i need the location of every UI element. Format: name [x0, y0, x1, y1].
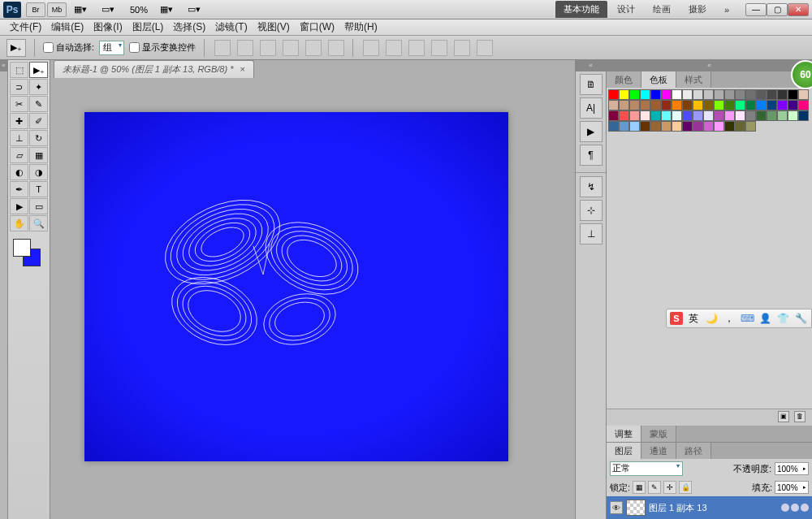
swatch[interactable]	[619, 121, 629, 132]
swatch[interactable]	[735, 89, 745, 100]
swatch[interactable]	[661, 110, 672, 121]
swatch[interactable]	[693, 110, 703, 121]
brush-tool[interactable]: ✐	[29, 113, 48, 129]
maximize-button[interactable]: ▢	[767, 3, 788, 16]
layers-tab[interactable]: 图层	[607, 443, 641, 459]
crop-tool[interactable]: ✂	[10, 96, 28, 112]
swatch[interactable]	[640, 121, 650, 132]
swatch[interactable]	[714, 89, 724, 100]
person-icon[interactable]: 👤	[758, 311, 772, 326]
color-tab[interactable]: 颜色	[607, 71, 641, 88]
adjustments-tab[interactable]: 调整	[607, 426, 641, 442]
swatch[interactable]	[608, 100, 619, 110]
swatch[interactable]	[788, 89, 798, 100]
canvas[interactable]	[84, 112, 508, 461]
workspace-photo[interactable]: 摄影	[680, 1, 715, 18]
menu-view[interactable]: 视图(V)	[253, 19, 295, 36]
fill-input[interactable]: 100%	[775, 481, 809, 494]
eraser-tool[interactable]: ▱	[10, 147, 28, 163]
collapse-icon[interactable]: «	[0, 60, 7, 71]
type-tool[interactable]: T	[29, 181, 48, 197]
current-tool-icon[interactable]: ▶₊	[6, 39, 26, 57]
screen-mode-dropdown[interactable]: ▭▾	[96, 2, 120, 17]
swatch[interactable]	[672, 110, 682, 121]
swatch[interactable]	[756, 100, 767, 110]
swatch[interactable]	[745, 100, 756, 110]
auto-select-type[interactable]: 组	[99, 41, 124, 55]
visibility-icon[interactable]: 👁	[610, 501, 623, 514]
swatch[interactable]	[629, 121, 640, 132]
dodge-tool[interactable]: ◑	[29, 164, 48, 180]
delete-swatch-icon[interactable]: 🗑	[794, 411, 806, 422]
menu-file[interactable]: 文件(F)	[5, 19, 46, 36]
menu-filter[interactable]: 滤镜(T)	[210, 19, 252, 36]
move-tool[interactable]: ▶₊	[29, 62, 48, 78]
swatch[interactable]	[703, 100, 714, 110]
swatch[interactable]	[650, 110, 661, 121]
swatch[interactable]	[745, 89, 756, 100]
swatch[interactable]	[682, 100, 693, 110]
swatch[interactable]	[672, 121, 682, 132]
clone-panel-icon[interactable]: ⊹	[580, 200, 603, 221]
menu-select[interactable]: 选择(S)	[168, 19, 210, 36]
pen-tool[interactable]: ✒	[10, 181, 28, 197]
swatch[interactable]	[703, 89, 714, 100]
masks-tab[interactable]: 蒙版	[641, 426, 676, 442]
extras-dropdown[interactable]: ▦▾	[154, 2, 179, 17]
ime-lang[interactable]: 英	[686, 311, 701, 326]
foreground-color[interactable]	[13, 239, 31, 257]
swatch[interactable]	[714, 121, 724, 132]
brush-panel-icon[interactable]: ↯	[580, 176, 603, 197]
minimize-button[interactable]: —	[745, 3, 767, 16]
swatch[interactable]	[650, 89, 661, 100]
minibridge-button[interactable]: Mb	[47, 2, 67, 17]
swatch[interactable]	[756, 110, 767, 121]
swatch[interactable]	[629, 110, 640, 121]
wrench-icon[interactable]: 🔧	[793, 311, 808, 326]
swatch[interactable]	[735, 100, 745, 110]
keyboard-icon[interactable]: ⌨	[740, 311, 754, 326]
swatch[interactable]	[608, 89, 619, 100]
lasso-tool[interactable]: ⊃	[10, 79, 28, 95]
blur-tool[interactable]: ◐	[10, 164, 28, 180]
sogou-icon[interactable]: S	[670, 312, 683, 325]
new-swatch-icon[interactable]: ▣	[778, 411, 789, 422]
swatch[interactable]	[798, 89, 809, 100]
swatch[interactable]	[650, 100, 661, 110]
history-brush-tool[interactable]: ↻	[29, 130, 48, 146]
workspace-design[interactable]: 设计	[609, 1, 643, 18]
zoom-tool[interactable]: 🔍	[29, 215, 48, 231]
collapse-icon[interactable]: «	[607, 60, 812, 71]
swatch[interactable]	[640, 89, 650, 100]
swatch[interactable]	[661, 100, 672, 110]
close-button[interactable]: ✕	[788, 3, 809, 16]
menu-help[interactable]: 帮助(H)	[339, 19, 382, 36]
bridge-button[interactable]: Br	[26, 2, 45, 17]
distribute-icon[interactable]	[431, 40, 447, 56]
close-tab-icon[interactable]: ×	[240, 64, 244, 74]
gradient-tool[interactable]: ▦	[29, 147, 48, 163]
swatch[interactable]	[693, 100, 703, 110]
swatch[interactable]	[661, 121, 672, 132]
swatch[interactable]	[682, 110, 693, 121]
swatch[interactable]	[672, 100, 682, 110]
layer-row[interactable]: 👁 图层 1 副本 13	[607, 496, 812, 519]
layer-thumbnail[interactable]	[626, 500, 646, 516]
canvas-viewport[interactable]	[50, 78, 575, 519]
align-icon[interactable]	[214, 40, 231, 56]
lock-all-icon[interactable]: 🔒	[679, 481, 692, 494]
swatch[interactable]	[724, 121, 735, 132]
swatch[interactable]	[640, 100, 650, 110]
doc-arrange-dropdown[interactable]: ▭▾	[182, 2, 206, 17]
swatches-tab[interactable]: 色板	[641, 71, 676, 88]
comma-icon[interactable]: ，	[722, 311, 736, 326]
swatch[interactable]	[767, 110, 777, 121]
shape-tool[interactable]: ▭	[29, 198, 48, 214]
document-tab[interactable]: 未标题-1 @ 50% (图层 1 副本 13, RGB/8) *×	[54, 60, 254, 78]
swatch[interactable]	[777, 100, 788, 110]
collapse-icon[interactable]: «	[576, 60, 606, 71]
distribute-icon[interactable]	[386, 40, 402, 56]
swatch[interactable]	[777, 110, 788, 121]
eyedropper-tool[interactable]: ✎	[29, 96, 48, 112]
zoom-value[interactable]: 50%	[130, 5, 148, 15]
